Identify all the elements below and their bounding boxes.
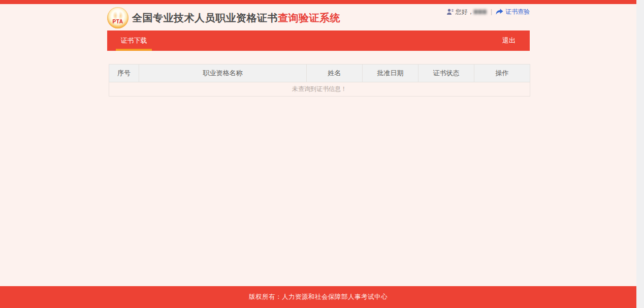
greeting-text: 您好， [456, 8, 474, 16]
empty-row: 未查询到证书信息！ [109, 82, 530, 97]
col-header-approval-date: 批准日期 [363, 65, 418, 82]
user-area: 您好， ▆▆▆ | 证书查验 [446, 8, 530, 16]
user-name-redacted: ▆▆▆ [474, 7, 487, 15]
page-title-main: 全国专业技术人员职业资格证书 [132, 12, 278, 23]
top-accent-bar [0, 0, 636, 4]
main-nav: 证书下载 退出 [107, 30, 530, 51]
col-header-operation: 操作 [474, 65, 530, 82]
scrollbar-track[interactable] [636, 0, 644, 308]
page-title-accent: 查询验证系统 [278, 12, 340, 23]
col-header-index: 序号 [109, 65, 139, 82]
tab-certificate-download[interactable]: 证书下载 [116, 30, 152, 51]
tab-label: 证书下载 [121, 36, 147, 45]
certificate-table-section: 序号 职业资格名称 姓名 批准日期 证书状态 操作 未查询到证书信息！ [109, 64, 530, 97]
certificate-verify-link[interactable]: 证书查验 [505, 8, 530, 16]
separator: | [491, 8, 492, 16]
forward-arrow-icon [496, 9, 503, 15]
empty-message: 未查询到证书信息！ [109, 82, 530, 97]
table-header-row: 序号 职业资格名称 姓名 批准日期 证书状态 操作 [109, 65, 530, 82]
site-header: PTA 全国专业技术人员职业资格证书查询验证系统 您好， ▆▆▆ | 证书查验 [107, 4, 530, 30]
col-header-qualification-name: 职业资格名称 [139, 65, 307, 82]
user-icon [446, 9, 454, 15]
copyright-text: 版权所有：人力资源和社会保障部人事考试中心 [249, 293, 388, 301]
page-title: 全国专业技术人员职业资格证书查询验证系统 [132, 11, 340, 25]
col-header-name: 姓名 [307, 65, 363, 82]
certificate-table: 序号 职业资格名称 姓名 批准日期 证书状态 操作 未查询到证书信息！ [109, 64, 530, 97]
col-header-certificate-status: 证书状态 [418, 65, 474, 82]
page-footer: 版权所有：人力资源和社会保障部人事考试中心 [0, 286, 636, 308]
logout-button[interactable]: 退出 [488, 30, 530, 51]
pta-logo-text: PTA [113, 19, 123, 24]
brand: PTA 全国专业技术人员职业资格证书查询验证系统 [107, 7, 340, 28]
pta-logo-icon: PTA [107, 7, 128, 28]
